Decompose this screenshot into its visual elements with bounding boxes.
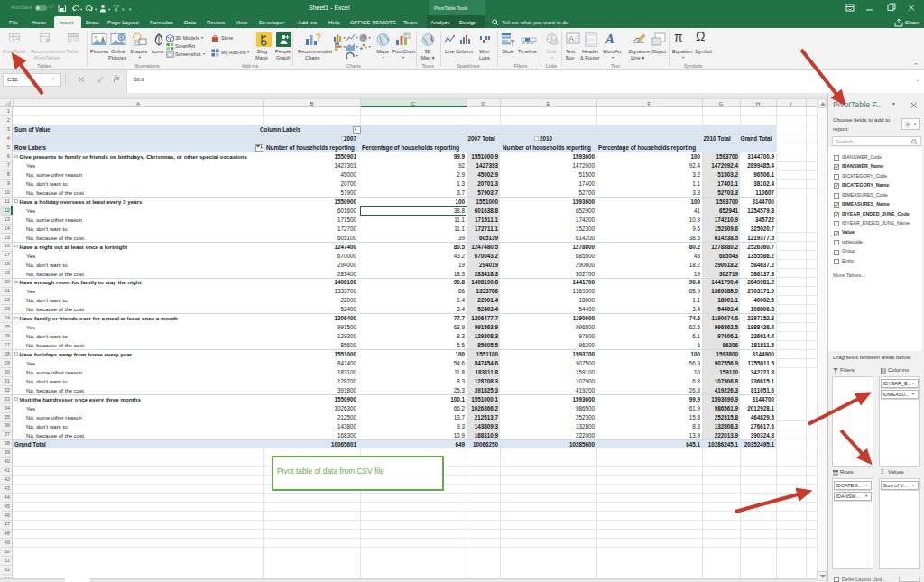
svg-text:▾: ▾ — [108, 7, 111, 12]
svg-text:▾: ▾ — [122, 7, 125, 12]
svg-text:A: A — [568, 34, 574, 43]
svg-text:▾: ▾ — [80, 7, 83, 12]
svg-text:▾: ▾ — [95, 7, 97, 12]
svg-text:▾: ▾ — [129, 7, 132, 12]
svg-text:?: ? — [316, 32, 321, 42]
